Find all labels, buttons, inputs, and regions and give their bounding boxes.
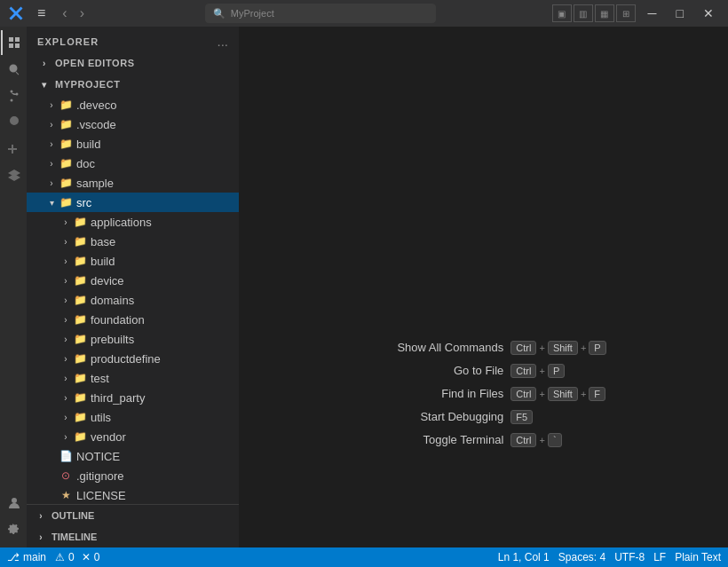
license-file-icon: ★ [59, 488, 73, 502]
vendor-folder-icon: 📁 [73, 429, 87, 444]
activity-remote[interactable] [1, 163, 26, 188]
key-ctrl: Ctrl [510, 341, 536, 355]
activity-git[interactable] [1, 83, 26, 108]
foundation-label: foundation [91, 313, 145, 327]
open-editors-section[interactable]: OPEN EDITORS [27, 52, 239, 74]
search-bar-text: MyProject [231, 8, 274, 19]
sidebar-title: EXPLORER [37, 36, 99, 47]
tree-item-prebuilts[interactable]: 📁 prebuilts [27, 329, 239, 349]
title-search-bar[interactable]: 🔍 MyProject [205, 4, 436, 23]
build-src-chevron [59, 254, 73, 268]
activity-debug[interactable] [1, 110, 26, 135]
device-folder-icon: 📁 [73, 273, 87, 287]
vscode-watermark [395, 128, 573, 305]
key-ctrl-2: Ctrl [510, 364, 536, 378]
shortcut-find-in-files: Find in Files Ctrl + Shift + F [361, 387, 605, 401]
statusbar-language[interactable]: Plain Text [675, 551, 721, 563]
domains-chevron [59, 293, 73, 307]
statusbar-branch[interactable]: ⎇ main [7, 551, 46, 563]
statusbar-position[interactable]: Ln 1, Col 1 [498, 551, 550, 563]
sidebar-bottom: OUTLINE TIMELINE [27, 504, 239, 547]
tree-item-sample[interactable]: 📁 sample [27, 173, 239, 193]
tree-item-vscode[interactable]: 📁 .vscode [27, 114, 239, 134]
layout-btn-2[interactable]: ▥ [574, 4, 593, 22]
tree-item-notice[interactable]: 📄 NOTICE [27, 446, 239, 466]
build-src-folder-icon: 📁 [73, 254, 87, 268]
tree-item-build-root[interactable]: 📁 build [27, 134, 239, 154]
language-text: Plain Text [675, 551, 721, 563]
timeline-chevron [34, 530, 48, 544]
layout-btn-4[interactable]: ⊞ [616, 4, 636, 22]
shortcut-go-to-file-label: Go to File [361, 364, 503, 377]
tree-item-domains[interactable]: 📁 domains [27, 290, 239, 310]
src-folder-icon: 📁 [59, 195, 73, 209]
nav-back-button[interactable]: ‹ [58, 4, 71, 23]
minimize-button[interactable]: ─ [641, 4, 664, 22]
maximize-button[interactable]: □ [669, 4, 691, 22]
tree-item-doc[interactable]: 📁 doc [27, 154, 239, 173]
tree-item-license[interactable]: ★ LICENSE [27, 485, 239, 504]
sample-label: sample [76, 177, 114, 190]
productdefine-label: productdefine [91, 352, 161, 366]
tree-item-third-party[interactable]: 📁 third_party [27, 388, 239, 407]
activity-explorer[interactable] [1, 30, 26, 55]
shortcut-go-to-file-keys: Ctrl + P [510, 364, 565, 378]
project-section[interactable]: MYPROJECT [27, 74, 239, 95]
tree-item-gitignore[interactable]: ⊙ .gitignore [27, 466, 239, 485]
titlebar: ≡ ‹ › 🔍 MyProject ▣ ▥ ▦ ⊞ ─ □ ✕ [0, 0, 728, 27]
sidebar-more-button[interactable]: ... [217, 34, 228, 49]
branch-name: main [23, 551, 46, 563]
prebuilts-chevron [59, 332, 73, 346]
deveco-chevron [44, 98, 59, 112]
statusbar-spaces[interactable]: Spaces: 4 [558, 551, 605, 563]
outline-panel-header[interactable]: OUTLINE [27, 505, 239, 526]
activity-extensions[interactable] [1, 137, 26, 161]
activity-search[interactable] [1, 57, 26, 82]
key-plus-5: + [581, 389, 586, 399]
deveco-folder-icon: 📁 [59, 98, 73, 112]
tree-item-src[interactable]: 📁 src [27, 193, 239, 212]
tree-item-base[interactable]: 📁 base [27, 232, 239, 251]
svg-point-1 [11, 99, 13, 102]
tree-item-device[interactable]: 📁 device [27, 271, 239, 290]
shortcut-show-all-commands-keys: Ctrl + Shift + P [510, 341, 605, 355]
tree-item-test[interactable]: 📁 test [27, 368, 239, 388]
timeline-panel-header[interactable]: TIMELINE [27, 526, 239, 547]
base-label: base [91, 235, 115, 248]
third-party-folder-icon: 📁 [73, 390, 87, 405]
tree-item-productdefine[interactable]: 📁 productdefine [27, 349, 239, 368]
close-button[interactable]: ✕ [696, 4, 721, 22]
build-src-label: build [91, 255, 115, 268]
sidebar: EXPLORER ... OPEN EDITORS MYPROJECT 📁 .d… [27, 27, 240, 547]
encoding-text: UTF-8 [614, 551, 645, 563]
tree-item-utils[interactable]: 📁 utils [27, 407, 239, 427]
statusbar-eol[interactable]: LF [653, 551, 666, 563]
notice-label: NOTICE [76, 450, 120, 463]
key-p-1: P [589, 341, 605, 355]
test-chevron [59, 371, 73, 385]
menu-button[interactable]: ≡ [32, 4, 51, 22]
activity-settings[interactable] [1, 517, 26, 542]
tree-item-vendor[interactable]: 📁 vendor [27, 427, 239, 446]
layout-btn-3[interactable]: ▦ [595, 4, 614, 22]
layout-btn-1[interactable]: ▣ [552, 4, 572, 22]
activity-accounts[interactable] [1, 491, 26, 516]
statusbar-left: ⎇ main ⚠ 0 ✕ 0 [7, 551, 99, 563]
editor-area: Show All Commands Ctrl + Shift + P Go to… [240, 27, 728, 547]
nav-forward-button[interactable]: › [75, 4, 89, 23]
applications-chevron [59, 215, 73, 229]
tree-item-deveco[interactable]: 📁 .deveco [27, 95, 239, 114]
domains-label: domains [91, 294, 134, 307]
domains-folder-icon: 📁 [73, 293, 87, 307]
welcome-shortcuts: Show All Commands Ctrl + Shift + P Go to… [361, 341, 605, 447]
applications-folder-icon: 📁 [73, 215, 87, 229]
tree-item-applications[interactable]: 📁 applications [27, 212, 239, 232]
eol-text: LF [653, 551, 666, 563]
shortcut-start-debugging-label: Start Debugging [361, 410, 503, 423]
prebuilts-label: prebuilts [91, 333, 134, 346]
tree-item-build-src[interactable]: 📁 build [27, 251, 239, 271]
tree-item-foundation[interactable]: 📁 foundation [27, 310, 239, 329]
statusbar-encoding[interactable]: UTF-8 [614, 551, 645, 563]
key-f5: F5 [510, 410, 533, 424]
statusbar-errors[interactable]: ⚠ 0 ✕ 0 [55, 551, 99, 563]
